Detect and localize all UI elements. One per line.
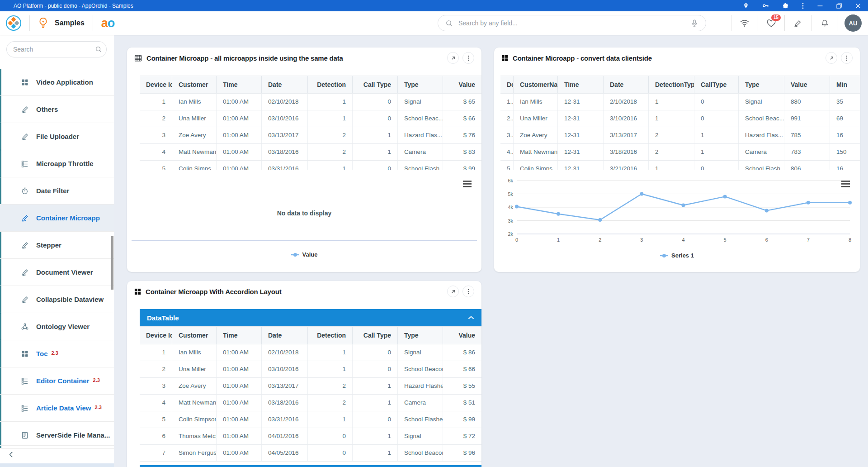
- table-header-cell[interactable]: Detection: [308, 327, 353, 344]
- table-header-cell[interactable]: Value: [443, 76, 481, 93]
- sidebar-item-ontology-viewer[interactable]: Ontology Viewer: [0, 313, 114, 340]
- table-cell: 1: [649, 110, 694, 127]
- extensions-puzzle-icon[interactable]: [783, 3, 788, 9]
- browser-menu-icon[interactable]: [802, 3, 804, 9]
- table-header-cell[interactable]: Customer: [172, 327, 217, 344]
- signature-pen-icon[interactable]: [785, 19, 811, 28]
- sidebar-item-label: Stepper: [36, 241, 61, 249]
- microphone-icon[interactable]: [690, 19, 698, 27]
- table-row[interactable]: 7Simon Ferguson01:00 AM04/05/201601Schoo…: [140, 445, 481, 462]
- chart-menu-icon[interactable]: [841, 181, 850, 189]
- expand-icon[interactable]: [826, 52, 837, 64]
- table-row[interactable]: 1Ian Mills01:00 AM02/10/201810Signal$ 86: [140, 344, 481, 361]
- table-header-cell[interactable]: CustomerNam: [514, 76, 558, 93]
- table-row[interactable]: 6Thomas Metcalf01:00 AM04/01/201601Signa…: [140, 428, 481, 445]
- sidebar-item-document-viewer[interactable]: Document Viewer: [0, 259, 114, 286]
- expand-icon[interactable]: [447, 52, 459, 64]
- card-menu-icon[interactable]: [462, 286, 474, 297]
- table-header-cell[interactable]: Device Id: [140, 327, 172, 344]
- hub-logo-icon[interactable]: [6, 15, 21, 31]
- key-icon[interactable]: [762, 3, 769, 9]
- table-cell: Camera: [398, 144, 443, 160]
- sidebar-item-date-filter[interactable]: Date Filter: [0, 177, 114, 205]
- sidebar-item-stepper[interactable]: Stepper: [0, 232, 114, 259]
- minimize-button[interactable]: [817, 3, 823, 9]
- table-header-cell[interactable]: Type: [398, 76, 443, 93]
- table-header-cell[interactable]: Value: [784, 76, 830, 93]
- restore-button[interactable]: [836, 3, 842, 9]
- sidebar-item-article-data-view[interactable]: Article Data View2.3: [0, 395, 114, 422]
- table-row[interactable]: 4Matt Newman01:00 AM03/18/201621Camera$ …: [140, 395, 481, 411]
- card-menu-icon[interactable]: [462, 52, 474, 64]
- table-row[interactable]: 3Zoe Avery01:00 AM03/13/201721Hazard Fla…: [140, 378, 481, 395]
- close-button[interactable]: [855, 3, 861, 9]
- table-cell: 01:00 AM: [217, 445, 262, 461]
- table-header-cell[interactable]: Customer: [172, 76, 217, 93]
- sidebar-item-serverside-file-mana[interactable]: ServerSide File Mana...: [0, 422, 114, 449]
- location-pin-icon[interactable]: [743, 3, 749, 9]
- table-header-cell[interactable]: Min: [830, 76, 860, 93]
- sidebar-item-collapsible-dataview[interactable]: Collapsible Dataview: [0, 286, 114, 313]
- table-row[interactable]: 2Una Miller01:00 AM03/10/201610School Be…: [140, 361, 481, 378]
- table-header-cell[interactable]: Type: [739, 76, 784, 93]
- table-header-cell[interactable]: Time: [217, 76, 262, 93]
- table-header-cell[interactable]: Device Id: [140, 76, 172, 93]
- table-header-cell[interactable]: Time: [217, 327, 262, 344]
- table-row[interactable]: 4...Matt Newman12-313/18/201621Camera783…: [500, 144, 860, 161]
- table-header-cell[interactable]: De: [500, 76, 514, 93]
- table-header-cell[interactable]: Detection: [308, 76, 353, 93]
- table-row[interactable]: 2Una Miller01:00 AM03/10/201610School Be…: [140, 110, 481, 127]
- table-row[interactable]: 5Colin Simps...01:00 AM03/31/201610Schoo…: [140, 161, 481, 170]
- table-header-cell[interactable]: CallType: [694, 76, 739, 93]
- chart-legend[interactable]: Series 1: [494, 252, 860, 259]
- expand-icon[interactable]: [447, 286, 459, 297]
- table-cell: 01:00 AM: [217, 344, 262, 361]
- table-row[interactable]: 2...Una Miller12-313/10/201610School Bea…: [500, 110, 860, 127]
- table-cell: 2: [308, 378, 353, 394]
- table-row[interactable]: 5...Colin Simps...12-313/21/201610School…: [500, 161, 860, 170]
- notifications-bell-icon[interactable]: [811, 19, 838, 28]
- table-header-cell[interactable]: Time: [558, 76, 604, 93]
- favorites-heart-icon[interactable]: 15: [758, 19, 784, 28]
- table-header-cell[interactable]: Call Type: [353, 76, 398, 93]
- version-badge: 2.3: [94, 405, 101, 410]
- card-menu-icon[interactable]: [841, 52, 853, 64]
- global-search-input[interactable]: [458, 19, 690, 27]
- sidebar-item-container-microapp[interactable]: Container Microapp: [0, 205, 114, 232]
- table-cell: 01:00 AM: [217, 94, 262, 110]
- sidebar-item-toc[interactable]: Toc2.3: [0, 340, 114, 367]
- data-table: DeCustomerNamTimeDateDetectionTypeCallTy…: [500, 76, 860, 170]
- chart-menu-icon[interactable]: [463, 181, 472, 189]
- sidebar-item-video-application[interactable]: Video Application: [0, 69, 114, 96]
- accordion-header-next[interactable]: [140, 465, 481, 467]
- svg-text:2k: 2k: [508, 231, 513, 237]
- table-row[interactable]: 3Zoe Avery01:00 AM03/13/201721Hazard Fla…: [140, 127, 481, 144]
- table-cell: Zoe Avery: [172, 127, 217, 143]
- wifi-icon[interactable]: [731, 19, 758, 27]
- table-header-cell[interactable]: Date: [262, 76, 308, 93]
- table-header-cell[interactable]: Date: [262, 327, 308, 344]
- table-row[interactable]: 3...Zoe Avery12-313/13/201721Hazard Flas…: [500, 127, 860, 144]
- sidebar-search-input[interactable]: [13, 46, 95, 53]
- chart-legend[interactable]: Value: [127, 251, 481, 258]
- table-row[interactable]: 1...Ian Mills12-312/10/201810Signal88035: [500, 94, 860, 110]
- table-header-cell[interactable]: Value: [443, 327, 481, 344]
- table-header-cell[interactable]: Call Type: [353, 327, 398, 344]
- table-cell: 3: [140, 378, 172, 394]
- accordion-header-datatable[interactable]: DataTable: [140, 309, 481, 326]
- svg-text:3k: 3k: [508, 218, 513, 224]
- table-row[interactable]: 5Colin Simpson01:00 AM03/31/201610School…: [140, 411, 481, 428]
- table-header-cell[interactable]: Date: [604, 76, 649, 93]
- sidebar-item-editor-container[interactable]: Editor Container2.3: [0, 367, 114, 395]
- sidebar-item-microapp-throttle[interactable]: Microapp Throttle: [0, 150, 114, 177]
- table-header-cell[interactable]: DetectionType: [649, 76, 694, 93]
- table-row[interactable]: 1Ian Mills01:00 AM02/10/201810Signal$ 65: [140, 94, 481, 110]
- avatar[interactable]: AU: [844, 14, 862, 32]
- sidebar-scrollbar[interactable]: [111, 236, 113, 290]
- table-row[interactable]: 4Matt Newman01:00 AM03/18/201621Camera$ …: [140, 144, 481, 161]
- table-cell: 1: [308, 344, 353, 361]
- sidebar-item-others[interactable]: Others: [0, 96, 114, 123]
- table-header-cell[interactable]: Type: [398, 327, 443, 344]
- sidebar-collapse-button[interactable]: [0, 445, 114, 463]
- sidebar-item-file-uploader[interactable]: File Uploader: [0, 123, 114, 150]
